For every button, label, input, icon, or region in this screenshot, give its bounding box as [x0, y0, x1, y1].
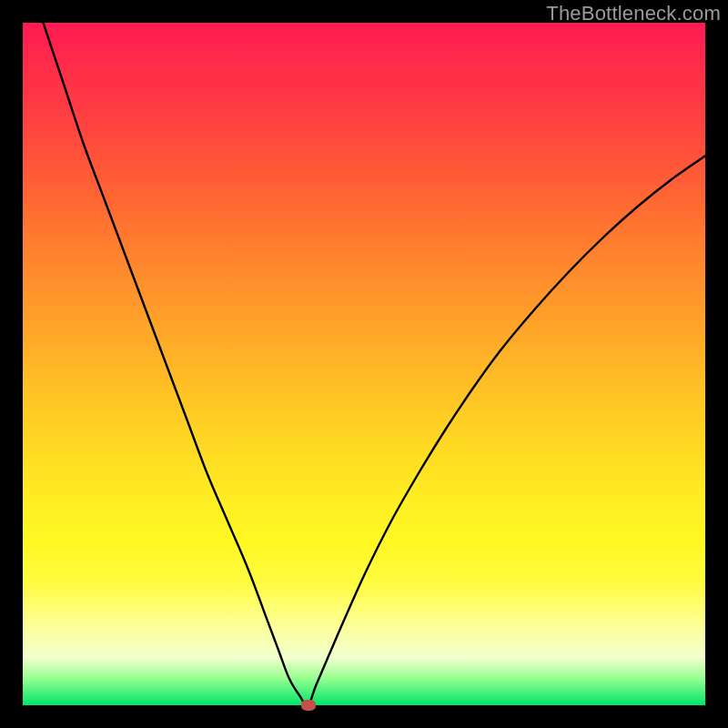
watermark-text: TheBottleneck.com [546, 2, 721, 25]
optimal-marker [301, 700, 316, 711]
chart-frame: TheBottleneck.com [0, 0, 728, 728]
bottleneck-curve [23, 23, 705, 705]
chart-plot-area [23, 23, 705, 705]
